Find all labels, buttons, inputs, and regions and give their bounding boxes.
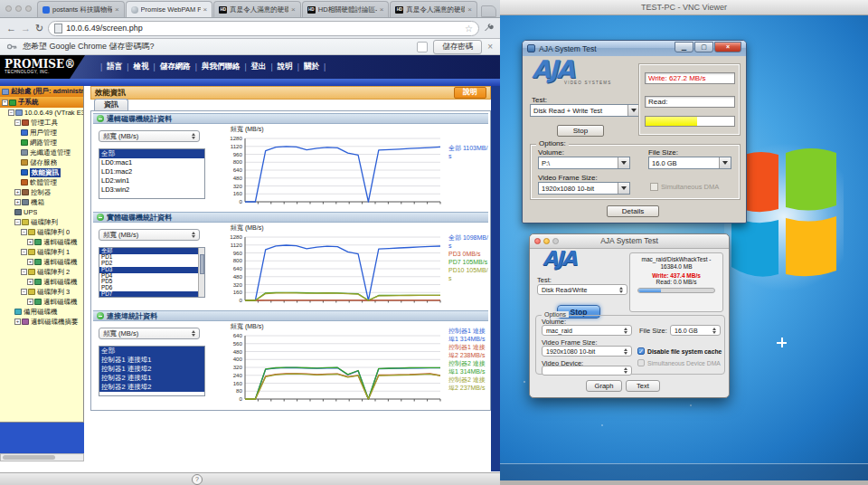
browser-tab[interactable]: postants 科技購物報× — [37, 1, 125, 17]
tree-node[interactable]: −磁碟陣列 1 — [0, 247, 83, 257]
collapse-icon[interactable]: − — [21, 229, 27, 235]
tree-node-label[interactable]: 邏輯磁碟機 — [43, 278, 78, 287]
menu-item[interactable]: 關於 — [304, 62, 319, 72]
filesize-select[interactable]: 16.0 GB — [648, 157, 731, 169]
tree-node-label[interactable]: 備用磁碟機 — [24, 308, 58, 317]
back-icon[interactable]: ← — [6, 24, 16, 33]
expand-icon[interactable]: + — [14, 199, 21, 205]
filesize-select[interactable]: 16.0 GB — [670, 325, 721, 336]
volume-select[interactable]: P:\ — [538, 157, 630, 169]
list-option[interactable]: 控制器2 連接埠2 — [99, 383, 204, 392]
menu-item[interactable]: 語言 — [107, 62, 122, 72]
collapse-section-icon[interactable] — [97, 115, 104, 122]
infobar-checkbox[interactable] — [417, 42, 428, 52]
forward-icon[interactable]: → — [21, 24, 31, 33]
simultaneous-dma-checkbox[interactable]: Simultaneous DMA — [650, 183, 719, 191]
collapse-icon[interactable]: − — [2, 100, 8, 106]
list-option[interactable]: 控制器1 連接埠1 — [99, 356, 204, 365]
tree-node[interactable]: +邏輯磁碟機摘要 — [0, 317, 83, 327]
infobar-close-icon[interactable]: × — [487, 42, 493, 52]
browser-tab[interactable]: HDHD相關硬體討論區-HD.Club× — [302, 1, 390, 17]
close-icon[interactable] — [534, 238, 541, 244]
window-zoom-icon[interactable] — [25, 5, 32, 12]
list-option[interactable]: PD7 — [99, 291, 204, 298]
tree-node-label[interactable]: 邏輯磁碟機 — [43, 238, 78, 247]
tree-node[interactable]: +邏輯磁碟機 — [0, 277, 83, 287]
tree-node-label[interactable]: 用戶管理 — [30, 128, 57, 138]
tab-close-icon[interactable]: × — [115, 5, 119, 14]
list-option[interactable]: PD3 — [99, 267, 204, 273]
list-option[interactable]: 全部 — [99, 347, 204, 356]
tree-node-label[interactable]: 軟體管理 — [30, 178, 57, 187]
collapse-icon[interactable]: − — [14, 119, 21, 126]
tree-node-label[interactable]: 管理工具 — [31, 119, 58, 128]
tab-close-icon[interactable]: × — [291, 5, 296, 14]
tree-node[interactable]: −子系統 — [0, 97, 83, 108]
tab-close-icon[interactable]: × — [467, 5, 472, 14]
list-option[interactable]: PD2 — [99, 261, 204, 267]
aja-win-titlebar[interactable]: AJA System Test ▁ ▢ × — [523, 41, 746, 56]
wrench-menu-icon[interactable] — [484, 20, 494, 36]
tree-node-label[interactable]: 子系統 — [18, 98, 39, 107]
expand-icon[interactable]: + — [27, 279, 33, 285]
tree-node[interactable]: 儲存服務 — [0, 157, 83, 167]
graph-button[interactable]: Graph — [586, 380, 622, 392]
list-option[interactable]: LD3:win2 — [99, 185, 204, 195]
list-scrollbar[interactable] — [198, 248, 204, 297]
simultaneous-dma-checkbox[interactable]: Simultaneous Device DMA — [637, 359, 721, 366]
list-option[interactable]: PD4 — [99, 273, 204, 280]
tree-node[interactable]: +機箱 — [0, 197, 83, 207]
save-password-button[interactable]: 儲存密碼 — [433, 40, 482, 54]
tree-node[interactable]: +邏輯磁碟機 — [0, 237, 83, 247]
bandwidth-metric-select[interactable]: 頻寬 (MB/s) — [99, 130, 200, 142]
browser-tab[interactable]: HD真是令人滿意的硬碟速度!!-Par× — [213, 1, 301, 17]
tree-node[interactable]: 網路管理 — [0, 138, 83, 147]
vnc-titlebar[interactable]: TEST-PC - VNC Viewer — [500, 0, 868, 15]
tree-node[interactable]: +邏輯磁碟機 — [0, 257, 83, 267]
list-option[interactable]: PD1 — [99, 254, 204, 261]
tree-node-label[interactable]: 網路管理 — [30, 138, 57, 147]
drive-listbox[interactable]: 全部PD1PD2PD3PD4PD5PD6PD7 — [99, 247, 205, 298]
list-option[interactable]: PD6 — [99, 285, 204, 291]
collapse-icon[interactable]: − — [14, 219, 21, 225]
tree-node[interactable]: UPS — [0, 207, 83, 217]
tree-node[interactable]: 光纖通道管理 — [0, 147, 83, 157]
new-tab-button[interactable] — [481, 5, 496, 17]
minimize-button[interactable]: ▁ — [675, 42, 693, 52]
tree-node-label[interactable]: 機箱 — [31, 198, 44, 207]
bandwidth-metric-select[interactable]: 頻寬 (MB/s) — [99, 229, 200, 241]
tree-node-label[interactable]: 磁碟陣列 — [31, 218, 58, 227]
collapse-icon[interactable]: − — [8, 109, 14, 116]
tree-node-label[interactable]: 效能資訊 — [30, 168, 61, 177]
tree-node-label[interactable]: 邏輯磁碟機 — [43, 258, 78, 267]
menu-item[interactable]: 與我們聯絡 — [202, 62, 241, 72]
collapse-icon[interactable]: − — [21, 289, 27, 295]
tree-node-label[interactable]: 儲存服務 — [30, 158, 57, 167]
tree-node[interactable]: −磁碟陣列 0 — [0, 227, 83, 237]
bookmark-star-icon[interactable]: ☆ — [465, 24, 473, 33]
help-button[interactable]: 說明 — [454, 87, 486, 99]
collapse-section-icon[interactable] — [97, 312, 104, 319]
list-option[interactable]: 控制器2 連接埠1 — [99, 374, 204, 383]
tree-node[interactable]: −磁碟陣列 2 — [0, 267, 83, 277]
list-option[interactable]: LD2:win1 — [99, 176, 204, 185]
tree-node[interactable]: 用戶管理 — [0, 128, 83, 138]
tree-node[interactable]: −磁碟陣列 3 — [0, 287, 83, 297]
expand-icon[interactable]: + — [14, 189, 21, 195]
maximize-button[interactable]: ▢ — [694, 42, 713, 52]
drive-listbox[interactable]: 全部LD0:mac1LD1:mac2LD2:win1LD3:win2 — [99, 148, 205, 199]
list-option[interactable]: PD5 — [99, 279, 204, 285]
tree-node-label[interactable]: 控制器 — [31, 188, 52, 197]
tree-node[interactable]: −10.0.6.49 (VTrak E310f) — [0, 108, 83, 118]
window-close-icon[interactable] — [5, 5, 12, 12]
collapse-icon[interactable]: − — [21, 249, 27, 255]
expand-icon[interactable]: + — [27, 239, 33, 245]
section-header[interactable]: 邏輯磁碟機統計資料 — [93, 113, 488, 124]
list-option[interactable]: LD0:mac1 — [99, 158, 204, 167]
disable-cache-checkbox[interactable]: ✓ Disable file system cache — [637, 347, 722, 355]
collapse-icon[interactable]: − — [21, 269, 27, 275]
collapse-section-icon[interactable] — [97, 214, 104, 221]
tree-node[interactable]: +邏輯磁碟機 — [0, 297, 83, 307]
browser-tab[interactable]: Promise WebPAM PROe× — [126, 1, 213, 17]
expand-icon[interactable]: + — [27, 259, 33, 265]
